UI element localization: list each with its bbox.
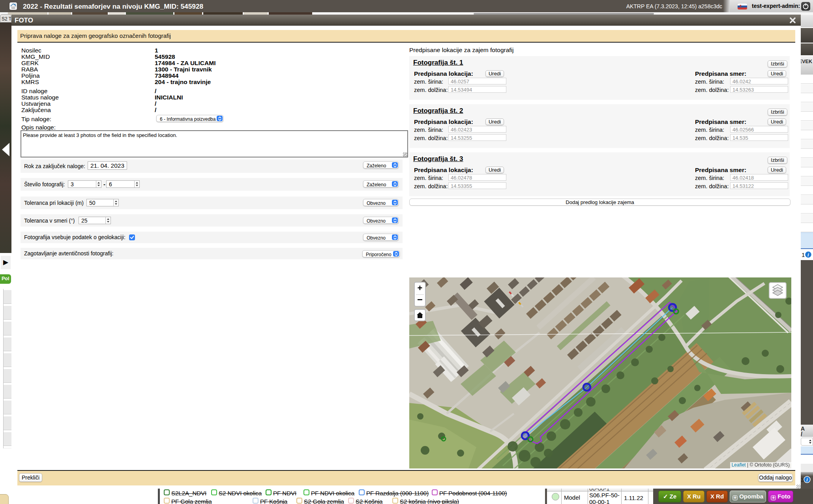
svg-text:1: 1 bbox=[802, 251, 805, 258]
svg-text:i: i bbox=[807, 252, 809, 258]
svg-text:3: 3 bbox=[801, 477, 804, 483]
